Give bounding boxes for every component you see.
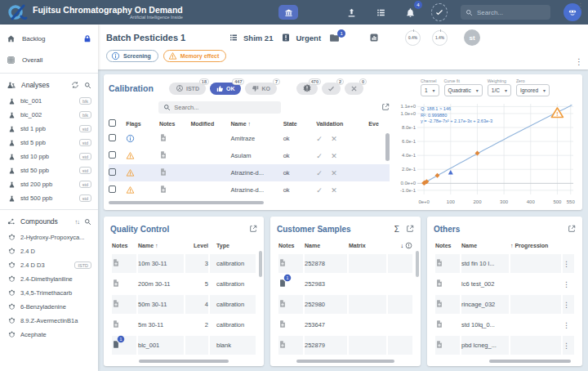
filter-pill-ko[interactable]: KO 7: [245, 83, 277, 95]
batch-report-button[interactable]: [369, 33, 379, 42]
batch-menu-button[interactable]: ⋮: [575, 57, 583, 66]
sidebar-compound-item[interactable]: 2.4 D: [0, 244, 98, 258]
cs-row[interactable]: 252879: [278, 336, 412, 355]
qc-row[interactable]: 1 blc_001 blank: [112, 336, 256, 355]
others-expand-button[interactable]: [568, 225, 576, 233]
cs-row[interactable]: 252980: [278, 295, 412, 314]
note-add-button[interactable]: 1: [112, 340, 120, 349]
sidebar-compound-item[interactable]: 2.4-Dimethylaniline: [0, 272, 98, 286]
note-add-button[interactable]: [159, 185, 167, 194]
others-row[interactable]: lc6 test_002 ⋮: [435, 275, 574, 293]
sidebar-item-backlog[interactable]: Backlog: [0, 28, 98, 49]
sidebar-analysis-item[interactable]: std 200 ppb std: [0, 177, 98, 191]
others-horizontal-scrollbar[interactable]: [489, 360, 571, 363]
others-row[interactable]: std 10lq_0... ⋮: [435, 315, 574, 334]
others-row[interactable]: std fin 10 l... ⋮: [435, 254, 574, 273]
note-add-button[interactable]: [278, 340, 287, 349]
others-row[interactable]: pbd lcneg_... ⋮: [435, 336, 574, 355]
validation-status-button[interactable]: [431, 4, 448, 20]
note-add-button[interactable]: [159, 150, 167, 159]
cs-horizontal-scrollbar[interactable]: [296, 360, 394, 363]
sidebar-analysis-item[interactable]: std 10 ppb std: [0, 150, 98, 163]
note-add-button[interactable]: [278, 320, 287, 329]
note-add-button[interactable]: [278, 258, 287, 267]
note-add-button[interactable]: [159, 133, 167, 142]
cs-row[interactable]: 253647: [278, 315, 412, 334]
chip-memory-effect[interactable]: Memory effect: [163, 50, 226, 62]
sidebar-compound-item[interactable]: Acephate: [0, 328, 98, 342]
customer-samples-expand-button[interactable]: [406, 225, 414, 233]
sidebar-compound-item[interactable]: 8.9.Z-AvermectinB1a: [0, 314, 98, 328]
qc-row[interactable]: 5m 30-11 2 calibration: [112, 315, 256, 334]
qc-vertical-scrollbar[interactable]: [259, 251, 262, 277]
note-add-button[interactable]: [278, 299, 287, 308]
calibration-row[interactable]: Atrazine-d... ok ✓ ✕: [109, 181, 390, 199]
calibration-row[interactable]: Asulam ok ✓ ✕: [109, 147, 390, 164]
filter-pill-check[interactable]: 2: [322, 83, 341, 95]
select-all-checkbox[interactable]: [109, 119, 116, 127]
notifications-button[interactable]: 4: [402, 4, 418, 20]
sidebar-analysis-item[interactable]: std 1 ppb std: [0, 122, 98, 136]
queue-list-button[interactable]: [372, 4, 389, 20]
assignee-avatar[interactable]: st: [464, 29, 480, 46]
calibration-search-input[interactable]: [174, 104, 264, 111]
note-add-button[interactable]: [112, 320, 120, 329]
row-checkbox[interactable]: [109, 151, 116, 159]
validate-buttons[interactable]: ✓ ✕: [316, 186, 341, 194]
cs-row[interactable]: 1 252983: [278, 275, 412, 293]
calibration-horizontal-scrollbar[interactable]: [109, 201, 264, 204]
validate-buttons[interactable]: ✓ ✕: [316, 135, 341, 143]
compounds-sort-button[interactable]: ↑↓: [75, 218, 80, 226]
row-menu-button[interactable]: ⋮: [563, 280, 570, 288]
note-add-button[interactable]: [435, 258, 443, 267]
validate-buttons[interactable]: ✓ ✕: [316, 169, 341, 177]
others-row[interactable]: rincage_032 ⋮: [435, 295, 574, 314]
sidebar-analysis-item[interactable]: std 500 ppb std: [0, 191, 98, 205]
upload-button[interactable]: [343, 4, 359, 20]
calibration-row[interactable]: Amitraze ok ✓ ✕: [109, 130, 390, 147]
organization-button[interactable]: [278, 5, 298, 20]
note-add-button[interactable]: [435, 320, 443, 329]
sort-descending-button[interactable]: ↓: [401, 243, 404, 248]
note-add-button[interactable]: [112, 258, 120, 267]
analyses-sync-button[interactable]: [71, 81, 79, 89]
qc-row[interactable]: 10m 30-11 3 calibration: [112, 254, 256, 273]
row-menu-button[interactable]: ⋮: [563, 342, 570, 350]
filter-pill-istd[interactable]: ISTD 18: [169, 83, 206, 95]
row-menu-button[interactable]: ⋮: [563, 260, 570, 268]
calibration-vertical-scrollbar[interactable]: [385, 133, 390, 161]
row-checkbox[interactable]: [109, 134, 116, 141]
row-menu-button[interactable]: ⋮: [563, 301, 570, 309]
sidebar-compound-item[interactable]: 2-Hydroxy-Propoxyca...: [0, 230, 98, 244]
calibration-search[interactable]: [158, 101, 281, 114]
sidebar-item-overall[interactable]: Overall: [0, 49, 98, 70]
batch-notes-button[interactable]: 1: [329, 34, 340, 42]
sidebar-compound-item[interactable]: 3,4,5-Trimethacarb: [0, 286, 98, 300]
note-add-button[interactable]: [435, 279, 443, 288]
note-add-button[interactable]: 1: [278, 279, 287, 288]
filter-pill-ok[interactable]: OK 447: [210, 83, 242, 95]
sidebar-analysis-item[interactable]: std 5 ppb std: [0, 136, 98, 150]
row-checkbox[interactable]: [109, 186, 116, 193]
validate-buttons[interactable]: ✓ ✕: [316, 152, 341, 160]
sidebar-analysis-item[interactable]: blc_002 blk: [0, 108, 98, 122]
sidebar-analysis-item[interactable]: blc_001 blk: [0, 94, 98, 108]
row-checkbox[interactable]: [109, 168, 116, 176]
row-menu-button[interactable]: ⋮: [563, 321, 570, 329]
note-add-button[interactable]: [112, 299, 120, 308]
chip-screening[interactable]: Screening: [106, 50, 158, 62]
sidebar-compound-item[interactable]: 6-Benzyladenine: [0, 300, 98, 314]
qc-row[interactable]: 50m 30-11 4 calibration: [112, 295, 256, 314]
note-add-button[interactable]: [159, 168, 167, 177]
calibration-row[interactable]: Atrazine-d... ok ✓ ✕: [109, 164, 390, 181]
filter-pill-close[interactable]: 0: [345, 83, 363, 95]
calibration-expand-button[interactable]: [381, 103, 390, 111]
control-select[interactable]: Quadratic▾: [444, 84, 483, 96]
analyses-search-button[interactable]: [84, 82, 91, 89]
note-add-button[interactable]: [112, 279, 120, 288]
compounds-search-button[interactable]: [84, 218, 91, 226]
sidebar-compound-item[interactable]: 2.4 D D3 ISTD: [0, 258, 98, 272]
note-add-button[interactable]: [435, 299, 443, 308]
cs-vertical-scrollbar[interactable]: [416, 251, 419, 277]
qc-horizontal-scrollbar[interactable]: [139, 360, 229, 363]
